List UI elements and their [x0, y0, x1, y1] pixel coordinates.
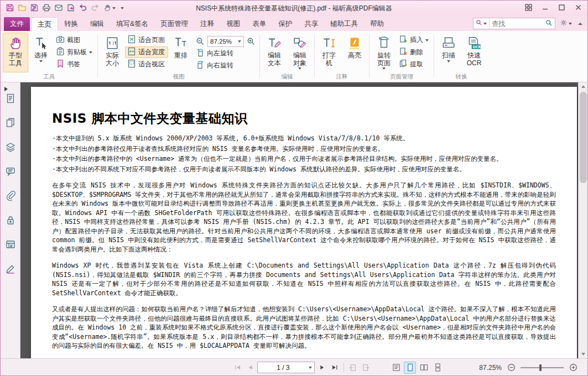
- rotate-left-label: 向左旋转: [207, 49, 233, 58]
- tab-share[interactable]: 共享: [298, 17, 324, 31]
- fit-page-button[interactable]: 适合页面: [125, 34, 168, 46]
- tab-view[interactable]: 视图: [220, 17, 246, 31]
- tab-convert[interactable]: 转换: [58, 17, 84, 31]
- open-button[interactable]: [16, 3, 28, 14]
- actual-size-button[interactable]: 实际大小: [100, 33, 125, 72]
- chevron-down-icon: [569, 23, 572, 25]
- expand-panel-button[interactable]: [4, 86, 8, 93]
- tab-file[interactable]: 文件: [4, 17, 30, 31]
- tab-accessibility[interactable]: 辅助工具: [324, 17, 364, 31]
- app-window: NSIS中系统特殊路径变量基础知识(修正).pdf - 福昕高级PDF编辑器 文…: [0, 0, 588, 376]
- zoom-level-combobox[interactable]: 87.25%: [207, 36, 244, 47]
- scan-icon: [441, 35, 456, 51]
- redo-icon: [91, 3, 100, 14]
- attachments-panel-icon: [6, 191, 15, 202]
- fit-width-button[interactable]: 适合宽度: [125, 46, 168, 58]
- search-input[interactable]: [490, 20, 543, 28]
- zoom-in-button[interactable]: [246, 36, 257, 47]
- single-page-view-button[interactable]: [404, 362, 416, 374]
- search-go-button[interactable]: [543, 18, 555, 29]
- signature-panel-button[interactable]: [3, 262, 18, 277]
- ribbon-separator: [434, 35, 434, 77]
- outline-panel-button[interactable]: [3, 91, 18, 107]
- tab-help[interactable]: 帮助: [364, 17, 390, 31]
- mail-button[interactable]: [53, 3, 64, 14]
- layers-panel-button[interactable]: [3, 140, 18, 155]
- scroll-up-button[interactable]: [579, 82, 588, 91]
- qat-customize-button[interactable]: [118, 3, 126, 14]
- facing-pages-view-button[interactable]: [418, 362, 430, 374]
- fit-visible-button[interactable]: 适合视区: [125, 59, 168, 70]
- quick-ocr-button[interactable]: OCR 快速OCR: [461, 33, 487, 72]
- switch-ui-button[interactable]: [520, 2, 537, 15]
- rotate-pages-button[interactable]: 旋转页面: [371, 33, 397, 72]
- layers-panel-icon: [6, 142, 15, 154]
- reading-mode-button[interactable]: [390, 362, 402, 374]
- zoom-out-button[interactable]: [506, 362, 517, 373]
- save-button[interactable]: [4, 3, 15, 14]
- last-page-button[interactable]: [329, 362, 340, 373]
- bookmark-button[interactable]: 书签: [54, 59, 96, 70]
- page-number-input[interactable]: [260, 364, 306, 372]
- delete-page-button[interactable]: 删除: [397, 46, 432, 58]
- group-label-comment: 注释: [316, 72, 367, 82]
- reflow-button[interactable]: 重排: [168, 33, 194, 72]
- fields-panel-button[interactable]: [3, 237, 18, 253]
- redo-button[interactable]: [89, 3, 101, 14]
- snapshot-button[interactable]: 截图: [54, 34, 96, 46]
- maximize-button[interactable]: [553, 2, 570, 15]
- zoom-slider[interactable]: [521, 362, 564, 373]
- collapse-ribbon-button[interactable]: [576, 22, 584, 26]
- document-area[interactable]: NSIS 脚本中文件夹变量基础知识 ·本文中提到的 5.x 版系统 Window…: [20, 82, 578, 358]
- scan-button[interactable]: 扫描: [436, 33, 461, 72]
- tab-fill-sign[interactable]: 填写&签名: [110, 17, 154, 31]
- continuous-view-button[interactable]: [431, 362, 444, 374]
- edit-object-button[interactable]: 编辑对象: [287, 33, 313, 72]
- scrollbar-thumb[interactable]: [580, 92, 587, 183]
- zoom-out-button[interactable]: [195, 36, 206, 47]
- insert-page-button[interactable]: 插入: [397, 34, 432, 46]
- clipboard-button[interactable]: 剪贴板: [54, 46, 96, 58]
- rotate-left-button[interactable]: 向左旋转: [194, 48, 258, 59]
- print-button[interactable]: [40, 3, 52, 14]
- rotate-right-button[interactable]: 向右旋转: [194, 60, 258, 71]
- next-page-button[interactable]: [316, 362, 327, 373]
- comments-panel-button[interactable]: [3, 164, 18, 180]
- undo-button[interactable]: [77, 3, 89, 14]
- zoom-slider-handle[interactable]: [539, 364, 542, 371]
- export-button[interactable]: [65, 3, 76, 14]
- tab-form[interactable]: 表单: [246, 17, 272, 31]
- edit-text-button[interactable]: 编辑文本: [262, 33, 287, 72]
- window-controls: [520, 2, 586, 15]
- quick-ocr-label: 快速OCR: [465, 51, 483, 67]
- prev-page-button[interactable]: [244, 362, 256, 373]
- edit-text-icon: [267, 35, 282, 51]
- attachments-panel-button[interactable]: [3, 189, 18, 204]
- select-tool-button[interactable]: 选择: [28, 33, 54, 72]
- zoom-in-button[interactable]: [568, 362, 579, 373]
- typewriter-button[interactable]: 打字机: [316, 33, 342, 72]
- close-button[interactable]: [570, 2, 586, 15]
- hand-tool-button[interactable]: 手型工具: [3, 33, 28, 72]
- save-as-button[interactable]: [28, 3, 40, 14]
- prev-view-button[interactable]: [347, 362, 358, 373]
- minimize-button[interactable]: [537, 2, 553, 15]
- edit-object-icon: [293, 35, 307, 51]
- scroll-down-button[interactable]: [579, 350, 588, 358]
- insert-page-label: 插入: [410, 35, 423, 45]
- vertical-scrollbar[interactable]: [578, 82, 587, 358]
- first-page-button[interactable]: [232, 362, 243, 373]
- search-scope-button[interactable]: [473, 18, 490, 29]
- tab-organize[interactable]: 页面管理: [154, 17, 194, 31]
- tab-edit[interactable]: 编辑: [84, 17, 110, 31]
- extract-page-button[interactable]: 提取: [397, 59, 432, 70]
- pages-panel-button[interactable]: [3, 116, 18, 131]
- settings-button[interactable]: [558, 18, 574, 29]
- tab-home[interactable]: 主页: [31, 17, 58, 31]
- next-view-button[interactable]: [360, 362, 371, 373]
- tab-protect[interactable]: 保护: [272, 17, 298, 31]
- highlight-button[interactable]: 高亮: [342, 33, 367, 72]
- hand-mode-button[interactable]: [101, 3, 118, 14]
- tab-comment[interactable]: 注释: [194, 17, 220, 31]
- security-panel-button[interactable]: [3, 213, 18, 228]
